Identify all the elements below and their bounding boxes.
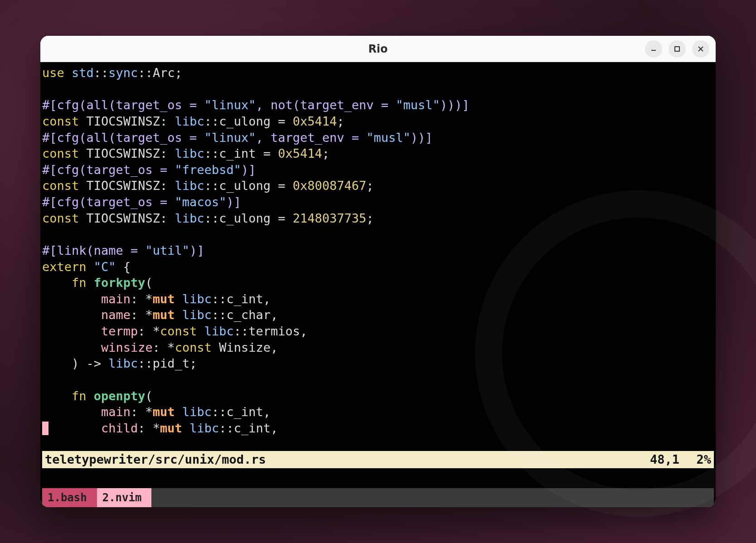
status-pct: 2%	[679, 451, 711, 468]
vim-statusbar: teletypewriter/src/unix/mod.rs 48,1 2%	[42, 451, 714, 468]
fn-openpty: openpty	[94, 389, 145, 403]
const-name: TIOCSWINSZ	[87, 114, 160, 128]
path-std: std	[72, 66, 94, 80]
kw-use: use	[42, 66, 64, 80]
window-controls	[645, 40, 709, 58]
maximize-button[interactable]	[669, 40, 686, 58]
fn-forkpty: forkpty	[94, 276, 145, 290]
tab-nvim[interactable]: 2.nvim	[97, 488, 152, 507]
status-file: teletypewriter/src/unix/mod.rs	[45, 451, 580, 468]
tab-bash[interactable]: 1.bash	[42, 488, 97, 507]
maximize-icon	[674, 45, 681, 53]
close-button[interactable]	[692, 40, 709, 58]
close-icon	[697, 45, 704, 53]
minimize-button[interactable]	[645, 40, 662, 58]
cfg-attr: #[cfg(all(target_os =	[42, 98, 204, 112]
status-pos: 48,1	[580, 451, 679, 468]
minimize-icon	[650, 45, 657, 53]
svg-rect-1	[675, 47, 679, 51]
terminal-window: Rio use std::sync::Arc; #[cfg(all(target…	[40, 36, 716, 507]
titlebar[interactable]: Rio	[40, 36, 716, 62]
terminal-gap	[42, 468, 714, 488]
code-area[interactable]: use std::sync::Arc; #[cfg(all(target_os …	[42, 65, 714, 451]
tab-bar: 1.bash 2.nvim	[42, 488, 714, 507]
path-sync: sync	[108, 66, 138, 80]
window-title: Rio	[368, 43, 388, 55]
terminal-viewport[interactable]: use std::sync::Arc; #[cfg(all(target_os …	[40, 62, 716, 507]
link-attr: #[link(name =	[42, 243, 145, 257]
